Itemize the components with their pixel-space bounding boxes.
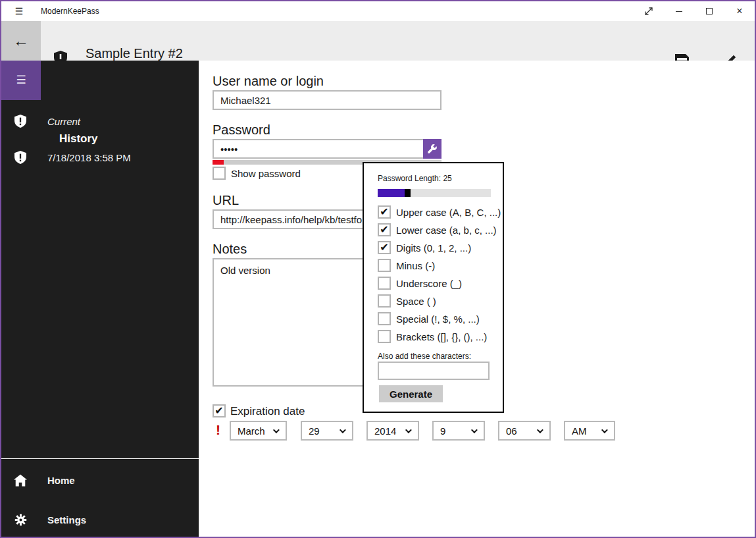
minimize-button[interactable] xyxy=(664,1,694,21)
ampm-value: AM xyxy=(572,425,587,437)
shield-icon xyxy=(13,151,28,164)
year-dropdown[interactable]: 2014 xyxy=(366,421,419,441)
option-label[interactable]: Lower case (a, b, c, ...) xyxy=(396,225,497,236)
password-length-slider[interactable] xyxy=(378,189,491,197)
option-label[interactable]: Minus (-) xyxy=(396,260,435,271)
brackets-checkbox[interactable] xyxy=(378,330,391,343)
space-checkbox[interactable] xyxy=(378,294,391,308)
slider-thumb[interactable] xyxy=(405,189,411,197)
option-label[interactable]: Underscore (_) xyxy=(396,278,462,289)
option-label[interactable]: Upper case (A, B, C, ...) xyxy=(396,207,501,218)
option-row-uppercase: ✔ Upper case (A, B, C, ...) xyxy=(378,205,501,219)
option-row-special: Special (!, $, %, ...) xyxy=(378,312,480,325)
chevron-down-icon xyxy=(471,427,478,433)
option-label[interactable]: Digits (0, 1, 2, ...) xyxy=(396,242,471,254)
sidebar-item-home[interactable]: Home xyxy=(1,467,199,493)
lowercase-checkbox[interactable]: ✔ xyxy=(378,223,391,236)
app-window: ☰ ModernKeePass × ← Sample Entry #2 samp… xyxy=(0,0,756,538)
chevron-down-icon xyxy=(405,427,412,433)
option-row-lowercase: ✔ Lower case (a, b, c, ...) xyxy=(378,223,497,236)
day-value: 29 xyxy=(309,425,320,437)
option-row-minus: Minus (-) xyxy=(378,259,435,272)
sidebar: ☰ History Current 7/18/2018 3:58 PM Home xyxy=(1,61,199,537)
uppercase-checkbox[interactable]: ✔ xyxy=(378,205,391,219)
ampm-dropdown[interactable]: AM xyxy=(564,421,615,441)
password-generator-button[interactable] xyxy=(423,139,441,159)
username-label: User name or login xyxy=(213,74,324,89)
url-label: URL xyxy=(213,193,239,208)
sidebar-item-label: Settings xyxy=(47,514,86,525)
minute-dropdown[interactable]: 06 xyxy=(498,421,551,441)
show-password-checkbox[interactable] xyxy=(213,167,226,180)
nav-toggle-button[interactable]: ☰ xyxy=(1,61,41,100)
slider-fill xyxy=(378,189,405,197)
gear-icon xyxy=(13,514,28,526)
home-icon xyxy=(13,474,28,487)
chevron-down-icon xyxy=(340,427,346,433)
titlebar: ☰ ModernKeePass × xyxy=(1,1,755,21)
diagonal-expand-icon xyxy=(644,7,653,16)
sidebar-heading: History xyxy=(59,132,98,146)
digits-checkbox[interactable]: ✔ xyxy=(378,241,391,254)
option-row-brackets: Brackets ([], {}, (), ...) xyxy=(378,330,487,343)
expiration-label[interactable]: Expiration date xyxy=(230,405,305,418)
maximize-icon xyxy=(706,8,713,14)
chevron-down-icon xyxy=(273,427,280,433)
chevron-down-icon xyxy=(601,427,608,433)
month-dropdown[interactable]: March xyxy=(230,421,287,441)
password-length-label: Password Length: 25 xyxy=(378,174,452,183)
maximize-button[interactable] xyxy=(694,1,724,21)
password-input[interactable] xyxy=(213,139,441,159)
entry-header: ← Sample Entry #2 sample xyxy=(1,21,755,61)
window-controls: × xyxy=(634,1,755,21)
minute-value: 06 xyxy=(506,425,517,437)
minimize-icon xyxy=(676,11,682,12)
option-label[interactable]: Brackets ([], {}, (), ...) xyxy=(396,331,487,342)
year-value: 2014 xyxy=(374,425,396,437)
password-label: Password xyxy=(213,122,270,138)
close-button[interactable]: × xyxy=(724,1,755,21)
sidebar-item-history-entry[interactable]: 7/18/2018 3:58 PM xyxy=(1,144,199,171)
expiration-checkbox[interactable]: ✔ xyxy=(213,404,226,417)
hour-value: 9 xyxy=(440,425,445,437)
sidebar-item-label: Home xyxy=(47,475,75,486)
minus-checkbox[interactable] xyxy=(378,259,391,272)
expiration-warning-icon: ! xyxy=(216,422,220,438)
sidebar-item-settings[interactable]: Settings xyxy=(1,506,199,533)
show-password-label[interactable]: Show password xyxy=(231,168,301,179)
sidebar-item-label: Current xyxy=(47,116,80,127)
sidebar-item-current[interactable]: Current xyxy=(1,108,199,134)
option-row-underscore: Underscore (_) xyxy=(378,277,462,290)
password-strength-fill xyxy=(213,160,224,165)
option-row-space: Space ( ) xyxy=(378,294,436,308)
day-dropdown[interactable]: 29 xyxy=(301,421,353,441)
generate-button[interactable]: Generate xyxy=(379,385,443,402)
also-add-input[interactable] xyxy=(378,362,490,380)
option-label[interactable]: Space ( ) xyxy=(396,296,436,307)
special-checkbox[interactable] xyxy=(378,312,391,325)
shield-icon xyxy=(13,115,28,128)
sidebar-item-label: 7/18/2018 3:58 PM xyxy=(47,152,131,163)
entry-title: Sample Entry #2 xyxy=(86,46,183,61)
option-row-digits: ✔ Digits (0, 1, 2, ...) xyxy=(378,241,471,254)
hour-dropdown[interactable]: 9 xyxy=(432,421,485,441)
back-button[interactable]: ← xyxy=(1,21,41,61)
option-label[interactable]: Special (!, $, %, ...) xyxy=(396,313,480,325)
fullscreen-button[interactable] xyxy=(634,1,664,21)
app-title: ModernKeePass xyxy=(41,1,99,21)
password-generator-popup: Password Length: 25 ✔ Upper case (A, B, … xyxy=(363,162,504,413)
close-icon: × xyxy=(736,6,742,16)
also-add-label: Also add these characters: xyxy=(378,352,471,361)
underscore-checkbox[interactable] xyxy=(378,277,391,290)
sidebar-separator xyxy=(1,458,199,459)
notes-label: Notes xyxy=(213,242,247,257)
month-value: March xyxy=(238,425,265,437)
chevron-down-icon xyxy=(537,427,543,433)
wrench-icon xyxy=(427,144,438,154)
username-input[interactable] xyxy=(213,90,441,110)
titlebar-hamburger-icon[interactable]: ☰ xyxy=(12,1,26,21)
